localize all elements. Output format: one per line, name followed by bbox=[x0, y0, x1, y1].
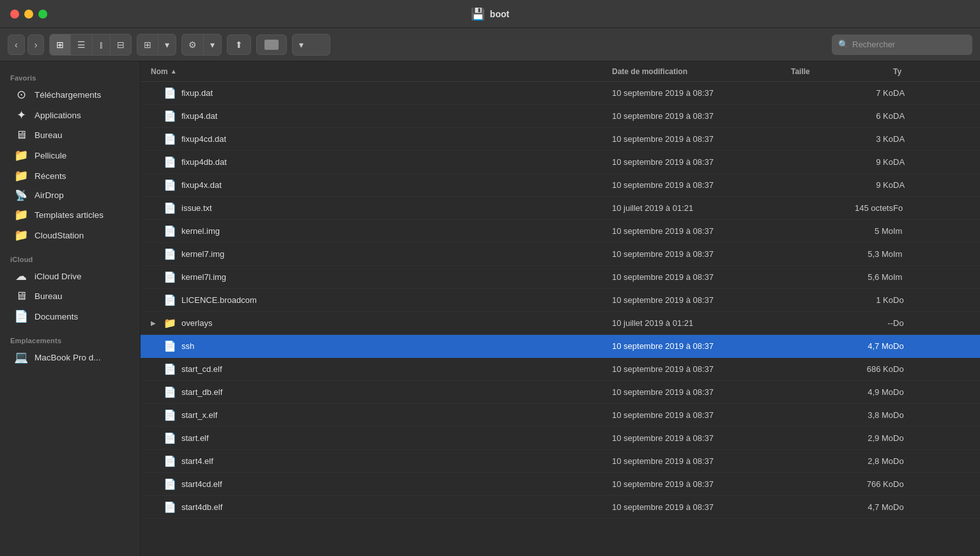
sidebar-item-recents[interactable]: 📁 Récents bbox=[4, 166, 136, 186]
close-button[interactable] bbox=[10, 10, 19, 19]
sidebar-section-icloud: iCloud bbox=[0, 251, 140, 266]
view-cover-icon: ⊟ bbox=[117, 40, 125, 50]
window-controls bbox=[10, 10, 47, 19]
col-header-nom[interactable]: Nom ▲ bbox=[151, 67, 612, 76]
edit-button[interactable] bbox=[256, 35, 287, 55]
file-name-text: overlays bbox=[181, 318, 212, 328]
file-icon: 📄 bbox=[164, 455, 176, 467]
sidebar-item-pellicule[interactable]: 📁 Pellicule bbox=[4, 145, 136, 166]
gear-icon: ⚙ bbox=[188, 40, 197, 50]
file-size-cell: 4,7 Mo bbox=[791, 502, 893, 512]
chevron-down-icon-2: ▾ bbox=[210, 40, 215, 50]
col-header-type[interactable]: Ty bbox=[893, 67, 970, 76]
col-header-taille[interactable]: Taille bbox=[791, 67, 893, 76]
table-row[interactable]: 📄fixup4.dat10 septembre 2019 à 08:376 Ko… bbox=[141, 105, 980, 128]
view-group-button[interactable]: ⊞ bbox=[137, 35, 158, 55]
table-row[interactable]: 📄kernel7.img10 septembre 2019 à 08:375,3… bbox=[141, 243, 980, 266]
search-input[interactable] bbox=[852, 40, 966, 49]
icloud-icon: ☁ bbox=[14, 269, 28, 283]
table-row[interactable]: 📄issue.txt10 juillet 2019 à 01:21145 oct… bbox=[141, 197, 980, 220]
file-icon: 📄 bbox=[164, 202, 176, 214]
file-icon: 📄 bbox=[164, 248, 176, 260]
file-icon: 📄 bbox=[164, 87, 176, 99]
file-name-cell: 📄fixup4db.dat bbox=[151, 156, 612, 168]
table-row[interactable]: 📄start4db.elf10 septembre 2019 à 08:374,… bbox=[141, 496, 980, 519]
sidebar-item-macbook[interactable]: 💻 MacBook Pro d... bbox=[4, 347, 136, 367]
file-date-cell: 10 septembre 2019 à 08:37 bbox=[612, 111, 791, 121]
table-row[interactable]: 📄kernel7l.img10 septembre 2019 à 08:375,… bbox=[141, 266, 980, 289]
settings-button[interactable]: ⚙ bbox=[182, 35, 204, 55]
table-row[interactable]: 📄fixup.dat10 septembre 2019 à 08:377 KoD… bbox=[141, 82, 980, 105]
share-button[interactable]: ⬆ bbox=[227, 35, 251, 55]
file-name-cell: ▶📁overlays bbox=[151, 317, 612, 329]
table-row[interactable]: 📄start_x.elf10 septembre 2019 à 08:373,8… bbox=[141, 404, 980, 427]
table-row[interactable]: 📄fixup4db.dat10 septembre 2019 à 08:379 … bbox=[141, 151, 980, 174]
sidebar-item-documents[interactable]: 📄 Documents bbox=[4, 306, 136, 327]
minimize-button[interactable] bbox=[24, 10, 33, 19]
view-mode-group: ⊞ ☰ ⫿ ⊟ bbox=[49, 34, 132, 56]
forward-icon: › bbox=[34, 40, 38, 50]
folder-expand-icon[interactable]: ▶ bbox=[151, 320, 158, 327]
col-header-nom-label: Nom bbox=[151, 67, 168, 76]
sidebar-item-airdrop[interactable]: 📡 AirDrop bbox=[4, 186, 136, 205]
file-date-cell: 10 septembre 2019 à 08:37 bbox=[612, 341, 791, 351]
sidebar-item-label-macbook: MacBook Pro d... bbox=[34, 353, 101, 362]
file-size-cell: 3,8 Mo bbox=[791, 410, 893, 420]
table-row[interactable]: 📄ssh10 septembre 2019 à 08:374,7 MoDo bbox=[141, 335, 980, 358]
settings-dropdown[interactable]: ▾ bbox=[204, 35, 221, 55]
window-title: 💾 boot bbox=[471, 7, 509, 21]
path-dropdown[interactable]: ▾ bbox=[293, 35, 310, 55]
sidebar-item-telecharger[interactable]: ⊙ Téléchargements bbox=[4, 84, 136, 105]
maximize-button[interactable] bbox=[38, 10, 47, 19]
nav-buttons: ‹ › bbox=[8, 35, 44, 55]
sidebar-item-templates[interactable]: 📁 Templates articles bbox=[4, 205, 136, 225]
file-size-cell: 766 Ko bbox=[791, 479, 893, 489]
table-row[interactable]: 📄kernel.img10 septembre 2019 à 08:375 Mo… bbox=[141, 220, 980, 243]
view-list-button[interactable]: ☰ bbox=[71, 35, 93, 55]
file-date-cell: 10 septembre 2019 à 08:37 bbox=[612, 456, 791, 466]
table-row[interactable]: 📄start.elf10 septembre 2019 à 08:372,9 M… bbox=[141, 427, 980, 450]
file-name-text: ssh bbox=[181, 341, 194, 351]
sidebar-item-applications[interactable]: ✦ Applications bbox=[4, 105, 136, 125]
forward-button[interactable]: › bbox=[27, 35, 45, 55]
view-cover-button[interactable]: ⊟ bbox=[111, 35, 131, 55]
sidebar-item-bureau-icloud[interactable]: 🖥 Bureau bbox=[4, 286, 136, 306]
table-row[interactable]: 📄start4cd.elf10 septembre 2019 à 08:3776… bbox=[141, 473, 980, 496]
pellicule-icon: 📁 bbox=[14, 148, 28, 162]
view-columns-button[interactable]: ⫿ bbox=[93, 35, 111, 55]
table-row[interactable]: 📄LICENCE.broadcom10 septembre 2019 à 08:… bbox=[141, 289, 980, 312]
file-type-cell: Do bbox=[893, 479, 970, 489]
file-name-cell: 📄start.elf bbox=[151, 432, 612, 444]
airdrop-icon: 📡 bbox=[14, 189, 28, 201]
table-row[interactable]: 📄fixup4cd.dat10 septembre 2019 à 08:373 … bbox=[141, 128, 980, 151]
sort-asc-icon: ▲ bbox=[171, 68, 177, 75]
sidebar-item-cloudstation[interactable]: 📁 CloudStation bbox=[4, 225, 136, 245]
table-row[interactable]: 📄start4.elf10 septembre 2019 à 08:372,8 … bbox=[141, 450, 980, 473]
table-row[interactable]: ▶📁overlays10 juillet 2019 à 01:21--Do bbox=[141, 312, 980, 335]
file-name-cell: 📄kernel.img bbox=[151, 225, 612, 237]
table-row[interactable]: 📄start_cd.elf10 septembre 2019 à 08:3768… bbox=[141, 358, 980, 381]
view-icons-button[interactable]: ⊞ bbox=[50, 35, 71, 55]
file-size-cell: 4,7 Mo bbox=[791, 341, 893, 351]
sidebar-item-label-applications: Applications bbox=[34, 111, 81, 120]
sidebar-item-bureau[interactable]: 🖥 Bureau bbox=[4, 125, 136, 145]
col-header-date[interactable]: Date de modification bbox=[612, 67, 791, 76]
download-icon: ⊙ bbox=[14, 88, 28, 102]
file-name-cell: 📄fixup4x.dat bbox=[151, 179, 612, 191]
sidebar-section-favoris: Favoris bbox=[0, 69, 140, 84]
sidebar-item-icloud-drive[interactable]: ☁ iCloud Drive bbox=[4, 266, 136, 286]
file-name-cell: 📄start_x.elf bbox=[151, 409, 612, 421]
table-row[interactable]: 📄start_db.elf10 septembre 2019 à 08:374,… bbox=[141, 381, 980, 404]
back-button[interactable]: ‹ bbox=[8, 35, 25, 55]
cloudstation-icon: 📁 bbox=[14, 228, 28, 242]
file-name-cell: 📄start4.elf bbox=[151, 455, 612, 467]
edit-icon bbox=[264, 40, 279, 50]
view-group-dropdown[interactable]: ▾ bbox=[158, 35, 176, 55]
file-size-cell: 2,9 Mo bbox=[791, 433, 893, 443]
file-list: 📄fixup.dat10 septembre 2019 à 08:377 KoD… bbox=[141, 82, 980, 556]
file-date-cell: 10 septembre 2019 à 08:37 bbox=[612, 479, 791, 489]
column-headers: Nom ▲ Date de modification Taille Ty bbox=[141, 61, 980, 82]
file-name-text: fixup4db.dat bbox=[181, 157, 227, 167]
search-icon: 🔍 bbox=[838, 40, 848, 49]
table-row[interactable]: 📄fixup4x.dat10 septembre 2019 à 08:379 K… bbox=[141, 174, 980, 197]
